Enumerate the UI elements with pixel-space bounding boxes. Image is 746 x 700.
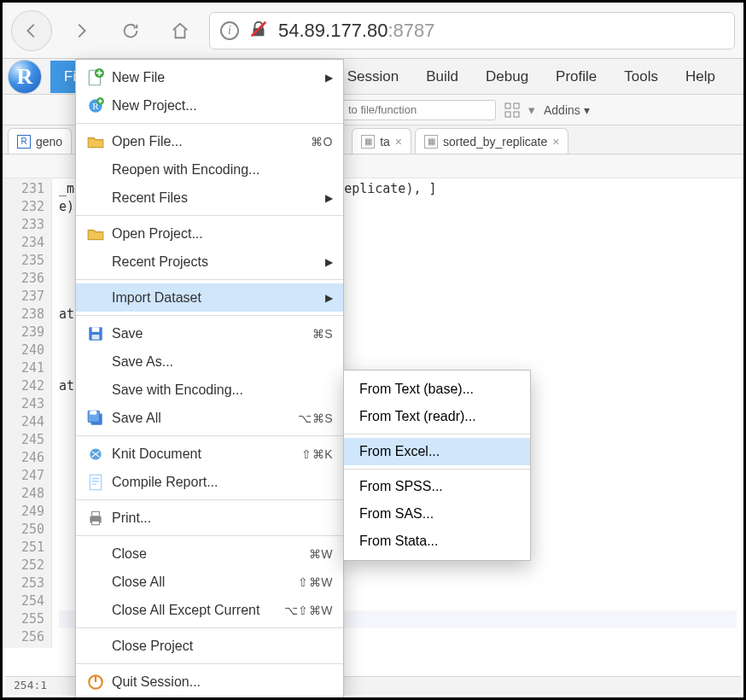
menu-item-label: Save As... xyxy=(112,354,333,370)
blank-icon xyxy=(86,353,105,371)
browser-toolbar: i 54.89.177.80:8787 xyxy=(3,3,743,59)
file-menu-import-dataset[interactable]: Import Dataset▶ xyxy=(76,283,343,312)
reload-icon xyxy=(121,21,140,40)
shortcut: ⌥⇧⌘W xyxy=(284,604,333,617)
import-from-text-readr[interactable]: From Text (readr)... xyxy=(344,403,530,430)
shortcut: ⌘W xyxy=(309,547,333,561)
grid-icon[interactable] xyxy=(504,102,520,118)
file-menu-recent-files[interactable]: Recent Files▶ xyxy=(76,184,343,212)
save-icon xyxy=(86,324,105,343)
svg-rect-3 xyxy=(514,103,519,108)
svg-rect-20 xyxy=(92,511,100,516)
file-menu-knit-document[interactable]: Knit Document⇧⌘K xyxy=(76,440,343,468)
import-from-stata[interactable]: From Stata... xyxy=(344,528,530,555)
menu-tools[interactable]: Tools xyxy=(610,61,672,93)
file-menu-close-all-except-current[interactable]: Close All Except Current⌥⇧⌘W xyxy=(76,596,343,624)
arrow-left-icon xyxy=(22,21,41,40)
menu-help[interactable]: Help xyxy=(672,61,729,93)
svg-rect-5 xyxy=(514,112,519,117)
file-menu-close-all[interactable]: Close All⇧⌘W xyxy=(76,568,343,596)
forward-button[interactable] xyxy=(61,10,102,51)
import-from-sas[interactable]: From SAS... xyxy=(344,500,530,528)
goto-file-input[interactable] xyxy=(342,100,496,120)
import-from-text-base[interactable]: From Text (base)... xyxy=(344,376,530,403)
menu-item-label: Open File... xyxy=(112,134,311,149)
site-info-icon[interactable]: i xyxy=(220,21,239,40)
menu-item-label: Save with Encoding... xyxy=(112,382,333,398)
file-menu-open-project[interactable]: Open Project... xyxy=(76,219,343,248)
svg-rect-4 xyxy=(505,112,510,117)
home-icon xyxy=(171,21,189,40)
newproj-icon: R xyxy=(86,96,105,115)
svg-rect-13 xyxy=(92,335,100,340)
tab-data-2[interactable]: ▦ sorted_by_replicate × xyxy=(415,128,568,154)
home-button[interactable] xyxy=(160,10,201,51)
menu-item-label: New File xyxy=(112,70,318,85)
file-menu-save-with-encoding[interactable]: Save with Encoding... xyxy=(76,376,343,404)
file-menu-new-project[interactable]: RNew Project... xyxy=(76,91,343,120)
file-menu-close-project[interactable]: Close Project xyxy=(76,632,343,660)
file-menu-compile-report[interactable]: Compile Report... xyxy=(76,468,343,496)
blank-icon xyxy=(86,253,105,271)
submenu-arrow-icon: ▶ xyxy=(325,72,333,84)
file-menu-save-as[interactable]: Save As... xyxy=(76,347,343,376)
tab-data-1[interactable]: ▦ ta × xyxy=(352,128,411,154)
table-icon: ▦ xyxy=(361,135,375,149)
folder-icon xyxy=(86,225,105,243)
shortcut: ⌘O xyxy=(311,135,333,149)
addins-menu[interactable]: Addins ▾ xyxy=(544,103,590,117)
file-menu-print[interactable]: Print... xyxy=(76,504,343,532)
menu-item-label: New Project... xyxy=(112,98,333,114)
address-bar[interactable]: i 54.89.177.80:8787 xyxy=(209,12,735,50)
rstudio-logo: R xyxy=(8,60,42,94)
menu-build[interactable]: Build xyxy=(412,61,472,93)
svg-rect-16 xyxy=(90,411,96,414)
import-from-excel[interactable]: From Excel... xyxy=(344,438,530,465)
svg-rect-18 xyxy=(90,475,101,490)
blank-icon xyxy=(86,289,105,307)
back-button[interactable] xyxy=(11,10,52,51)
menu-item-label: Save xyxy=(112,326,312,341)
menu-item-label: Import Dataset xyxy=(112,290,318,306)
file-menu-save-all[interactable]: Save All⌥⌘S xyxy=(76,404,343,432)
reload-button[interactable] xyxy=(110,10,151,51)
blank-icon xyxy=(86,637,105,656)
menu-session[interactable]: Session xyxy=(334,61,412,93)
close-icon[interactable]: × xyxy=(395,135,402,149)
import-from-spss[interactable]: From SPSS... xyxy=(344,473,530,500)
cursor-position: 254:1 xyxy=(14,679,47,691)
shortcut: ⌥⌘S xyxy=(298,411,333,425)
close-icon[interactable]: × xyxy=(552,135,559,149)
tab-label: ta xyxy=(380,135,390,149)
menu-item-label: Open Project... xyxy=(112,226,333,242)
print-icon xyxy=(86,509,105,528)
newfile-icon xyxy=(86,68,105,87)
menu-item-label: Knit Document xyxy=(112,446,301,462)
line-gutter: 2312322332342352362372382392402412422432… xyxy=(3,178,52,648)
submenu-arrow-icon: ▶ xyxy=(325,292,333,304)
file-menu-dropdown: New File▶RNew Project...Open File...⌘ORe… xyxy=(75,59,344,700)
blank-icon xyxy=(86,573,105,592)
file-menu-close[interactable]: Close⌘W xyxy=(76,540,343,568)
menu-debug[interactable]: Debug xyxy=(472,61,542,93)
menu-item-label: Close Project xyxy=(112,639,333,654)
blank-icon xyxy=(86,160,105,179)
file-menu-save[interactable]: Save⌘S xyxy=(76,319,343,347)
file-menu-reopen-with-encoding[interactable]: Reopen with Encoding... xyxy=(76,155,343,184)
file-menu-quit-session[interactable]: Quit Session... xyxy=(76,668,343,696)
blank-icon xyxy=(86,601,105,620)
menu-item-label: Compile Report... xyxy=(112,475,333,490)
blank-icon xyxy=(86,545,105,563)
svg-rect-21 xyxy=(92,521,100,524)
menu-profile[interactable]: Profile xyxy=(542,61,610,93)
shortcut: ⇧⌘K xyxy=(301,447,333,461)
submenu-arrow-icon: ▶ xyxy=(325,192,333,204)
blank-icon xyxy=(86,189,105,207)
file-menu-new-file[interactable]: New File▶ xyxy=(76,63,343,91)
saveall-icon xyxy=(86,409,105,428)
file-menu-open-file[interactable]: Open File...⌘O xyxy=(76,127,343,155)
menu-item-label: Print... xyxy=(112,510,333,526)
tab-source-file[interactable]: R geno xyxy=(8,128,72,154)
import-dataset-submenu: From Text (base)...From Text (readr)...F… xyxy=(343,370,531,561)
file-menu-recent-projects[interactable]: Recent Projects▶ xyxy=(76,248,343,276)
